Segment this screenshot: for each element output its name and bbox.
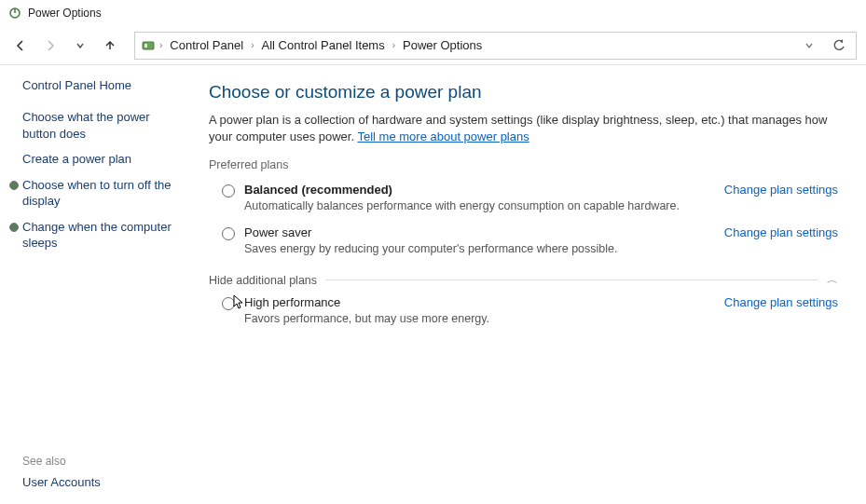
chevron-right-icon: › — [159, 40, 162, 50]
plan-row-high-performance: High performance Favors performance, but… — [209, 292, 838, 334]
hide-additional-plans-toggle[interactable]: Hide additional plans ︿ — [209, 272, 838, 288]
breadcrumb-all-items[interactable]: All Control Panel Items — [257, 36, 388, 54]
plan-name: High performance — [244, 295, 706, 309]
plan-row-power-saver: Power saver Saves energy by reducing you… — [209, 222, 838, 265]
breadcrumb-power-options[interactable]: Power Options — [399, 36, 486, 54]
breadcrumb-control-panel[interactable]: Control Panel — [166, 36, 247, 54]
refresh-button[interactable] — [828, 34, 850, 57]
svg-rect-2 — [143, 42, 154, 49]
titlebar: Power Options — [0, 0, 866, 26]
plan-radio-power-saver[interactable] — [222, 227, 235, 240]
see-also-label: See also — [22, 455, 175, 468]
body: Control Panel Home Choose what the power… — [0, 65, 866, 504]
chevron-up-icon: ︿ — [827, 272, 838, 288]
svg-rect-3 — [144, 44, 147, 48]
page-title: Choose or customize a power plan — [209, 82, 838, 102]
divider — [326, 279, 818, 280]
navbar: › Control Panel › All Control Panel Item… — [0, 26, 866, 65]
back-button[interactable] — [9, 34, 32, 57]
plan-radio-balanced[interactable] — [222, 184, 235, 198]
plan-description: Favors performance, but may use more ene… — [244, 312, 706, 325]
change-plan-settings-link[interactable]: Change plan settings — [724, 183, 838, 197]
main-content: Choose or customize a power plan A power… — [186, 65, 866, 504]
sidebar-link-computer-sleeps[interactable]: Change when the computer sleeps — [22, 219, 175, 252]
history-dropdown-button[interactable] — [69, 34, 91, 57]
power-options-icon — [7, 6, 22, 20]
control-panel-home-link[interactable]: Control Panel Home — [22, 78, 175, 92]
plan-description: Automatically balances performance with … — [244, 199, 706, 212]
control-panel-icon — [141, 38, 156, 53]
forward-button[interactable] — [39, 34, 62, 57]
learn-more-link[interactable]: Tell me more about power plans — [357, 129, 529, 143]
plan-name: Balanced (recommended) — [244, 183, 706, 197]
chevron-right-icon: › — [392, 40, 395, 50]
address-dropdown-button[interactable] — [798, 34, 820, 57]
sidebar: Control Panel Home Choose what the power… — [0, 65, 186, 504]
plan-radio-high-performance[interactable] — [222, 297, 235, 310]
user-accounts-link[interactable]: User Accounts — [22, 475, 175, 489]
window-title: Power Options — [28, 7, 102, 20]
up-button[interactable] — [99, 34, 121, 57]
sidebar-link-create-plan[interactable]: Create a power plan — [22, 151, 175, 168]
change-plan-settings-link[interactable]: Change plan settings — [724, 295, 838, 309]
plan-description: Saves energy by reducing your computer's… — [244, 242, 706, 255]
plan-name: Power saver — [244, 225, 706, 239]
chevron-right-icon: › — [251, 40, 254, 50]
preferred-plans-label: Preferred plans — [209, 158, 838, 171]
sidebar-link-power-button[interactable]: Choose what the power button does — [22, 109, 175, 142]
plan-row-balanced: Balanced (recommended) Automatically bal… — [209, 179, 838, 222]
change-plan-settings-link[interactable]: Change plan settings — [724, 225, 838, 239]
address-bar[interactable]: › Control Panel › All Control Panel Item… — [134, 32, 857, 60]
sidebar-link-turn-off-display[interactable]: Choose when to turn off the display — [22, 177, 175, 210]
hide-additional-plans-label: Hide additional plans — [209, 274, 317, 287]
page-description: A power plan is a collection of hardware… — [209, 112, 838, 145]
